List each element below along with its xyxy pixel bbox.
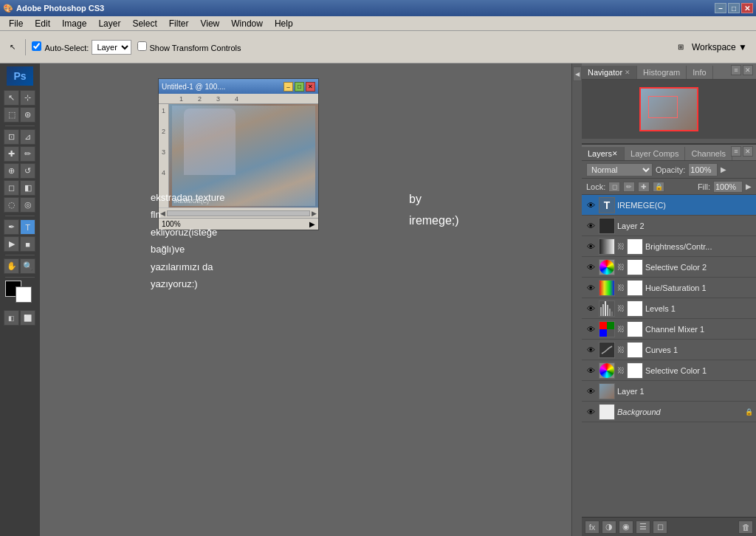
layer-visibility-toggle[interactable]: 👁 [585, 261, 597, 273]
stamp-tool[interactable]: ⊕ [4, 163, 19, 179]
close-button[interactable]: ✕ [741, 3, 753, 13]
move-tool-button[interactable]: ↖ [4, 39, 21, 55]
tab-layer-comps[interactable]: Layer Comps [625, 147, 685, 160]
lasso-tool[interactable]: ⊹ [20, 90, 35, 106]
lock-transparent-btn[interactable]: ◻ [608, 182, 620, 192]
menu-layer[interactable]: Layer [92, 17, 126, 30]
layer-row[interactable]: 👁 Layer 1 [582, 381, 756, 402]
menu-file[interactable]: File [3, 17, 29, 30]
new-adjustment-button[interactable]: ◉ [619, 520, 633, 534]
layer-visibility-toggle[interactable]: 👁 [585, 406, 597, 418]
lock-all-btn[interactable]: 🔒 [653, 182, 664, 192]
layers-list[interactable]: 👁 T IREMEGE(C) 👁 Layer 2 [582, 195, 756, 517]
workspace-icon[interactable]: ⊞ [673, 39, 689, 55]
menu-help[interactable]: Help [269, 17, 299, 30]
new-group-button[interactable]: ☰ [636, 520, 650, 534]
layer-row[interactable]: 👁 ⛓ Selective Color 2 [582, 257, 756, 278]
blur-tool[interactable]: ◌ [4, 197, 19, 213]
marquee-tool[interactable]: ⬚ [4, 107, 19, 123]
pencil-tool[interactable]: ✏ [20, 146, 35, 162]
doc-maximize-btn[interactable]: □ [295, 82, 304, 92]
show-transform-checkbox[interactable] [137, 41, 147, 51]
workspace-label[interactable]: Workspace ▼ [692, 42, 747, 52]
color-selector[interactable] [4, 281, 36, 307]
navigator-content [582, 80, 756, 139]
layer-visibility-toggle[interactable]: 👁 [585, 323, 597, 335]
layer-visibility-toggle[interactable]: 👁 [585, 199, 597, 211]
layer-visibility-toggle[interactable]: 👁 [585, 220, 597, 232]
history-brush-tool[interactable]: ↺ [20, 163, 35, 179]
layer-row[interactable]: 👁 ⛓ [582, 298, 756, 319]
layer-row[interactable]: 👁 ⛓ Hue/Saturation 1 [582, 278, 756, 298]
layer-row[interactable]: 👁 ⛓ Selective Color 1 [582, 360, 756, 381]
delete-layer-button[interactable]: 🗑 [738, 520, 753, 534]
tab-info[interactable]: Info [687, 66, 712, 79]
slice-tool[interactable]: ⊿ [20, 129, 35, 145]
collapse-right-btn[interactable]: ◀ [573, 66, 582, 81]
add-style-button[interactable]: fx [585, 520, 599, 534]
new-layer-button[interactable]: ◻ [653, 520, 667, 534]
blend-mode-select[interactable]: Normal [586, 163, 653, 176]
doc-close-btn[interactable]: ✕ [306, 82, 315, 92]
layer-thumbnail [599, 280, 615, 296]
navigator-close-btn[interactable]: ✕ [743, 65, 753, 75]
menu-edit[interactable]: Edit [29, 17, 56, 30]
type-tool[interactable]: T [20, 219, 35, 235]
layer-visibility-toggle[interactable]: 👁 [585, 385, 597, 397]
eraser-tool[interactable]: ◻ [4, 180, 19, 196]
navigator-menu-btn[interactable]: ≡ [731, 65, 741, 75]
tab-layers[interactable]: Layers ✕ [582, 147, 625, 160]
minimize-button[interactable]: – [715, 3, 726, 13]
quick-mask-btn[interactable]: ◧ [4, 310, 19, 326]
lock-position-btn[interactable]: ✚ [638, 182, 650, 192]
background-color[interactable] [16, 286, 32, 303]
auto-select-checkbox[interactable] [32, 41, 41, 51]
layer-visibility-toggle[interactable]: 👁 [585, 344, 597, 356]
layers-close-btn[interactable]: ✕ [743, 146, 753, 157]
shape-tool[interactable]: ■ [20, 236, 35, 252]
layer-row[interactable]: 👁 T IREMEGE(C) [582, 195, 756, 216]
tab-histogram[interactable]: Histogram [637, 66, 687, 79]
layer-chain-icon: ⛓ [617, 321, 625, 337]
opacity-arrow[interactable]: ▶ [721, 165, 726, 173]
layer-visibility-toggle[interactable]: 👁 [585, 365, 597, 377]
menu-view[interactable]: View [194, 17, 225, 30]
add-mask-button[interactable]: ◑ [602, 520, 616, 534]
fill-tool[interactable]: ◧ [20, 180, 35, 196]
dodge-tool[interactable]: ◎ [20, 197, 35, 213]
menu-image[interactable]: Image [56, 17, 92, 30]
screen-mode-btn[interactable]: ⬜ [20, 310, 35, 326]
zoom-tool[interactable]: 🔍 [20, 258, 35, 274]
tab-navigator[interactable]: Navigator ✕ [582, 66, 637, 79]
menu-window[interactable]: Window [225, 17, 269, 30]
crop-tool[interactable]: ⊡ [4, 129, 19, 145]
tab-channels[interactable]: Channels [685, 147, 732, 160]
layer-row[interactable]: 👁 ⛓ Curves 1 [582, 340, 756, 360]
healing-brush-tool[interactable]: ✚ [4, 146, 19, 162]
layer-visibility-toggle[interactable]: 👁 [585, 282, 597, 294]
hand-tool[interactable]: ✋ [4, 258, 19, 274]
menu-select[interactable]: Select [126, 17, 162, 30]
maximize-button[interactable]: □ [728, 3, 740, 13]
fill-arrow[interactable]: ▶ [746, 182, 752, 190]
quick-select-tool[interactable]: ⊛ [20, 107, 35, 123]
layers-menu-btn[interactable]: ≡ [731, 146, 741, 157]
layer-row[interactable]: 👁 Layer 2 [582, 216, 756, 236]
path-select-tool[interactable]: ▶ [4, 236, 19, 252]
pen-tool[interactable]: ✒ [4, 219, 19, 235]
fill-box[interactable]: 100% [713, 181, 743, 193]
opacity-box[interactable]: 100% [688, 163, 718, 176]
layer-visibility-toggle[interactable]: 👁 [585, 241, 597, 252]
layer-name: Selective Color 2 [645, 263, 753, 272]
doc-minimize-btn[interactable]: – [284, 82, 293, 92]
menu-filter[interactable]: Filter [163, 17, 195, 30]
layer-row[interactable]: 👁 Background 🔒 [582, 402, 756, 422]
layer-dropdown[interactable]: Layer [92, 40, 131, 55]
navigator-preview[interactable] [639, 87, 698, 131]
layer-visibility-toggle[interactable]: 👁 [585, 303, 597, 315]
layer-row[interactable]: 👁 ⛓ Brightness/Contr... [582, 236, 756, 257]
lock-image-btn[interactable]: ✏ [623, 182, 635, 192]
move-tool[interactable]: ↖ [4, 90, 19, 106]
document-title: Untitled-1 @ 100.... [162, 83, 225, 91]
layer-row[interactable]: 👁 ⛓ Channel Mixer 1 [582, 319, 756, 340]
